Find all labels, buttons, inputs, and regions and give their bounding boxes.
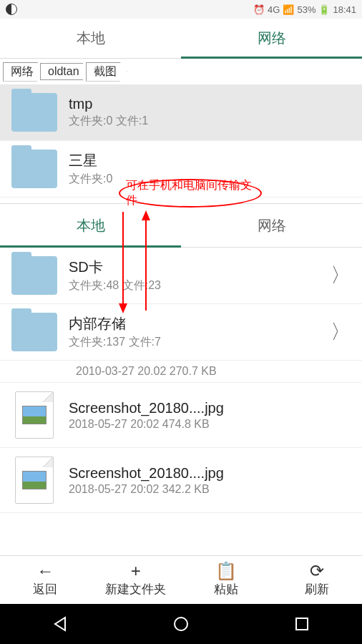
tab-local-mid[interactable]: 本地 bbox=[0, 204, 181, 247]
top-tabs: 本地 网络 bbox=[0, 19, 362, 59]
back-button[interactable]: ← 返回 bbox=[0, 556, 91, 604]
battery-text: 53% bbox=[297, 4, 315, 15]
item-title: Screenshot_20180....jpg bbox=[69, 465, 351, 482]
crumb-0[interactable]: 网络 bbox=[3, 62, 44, 82]
mid-tabs: 本地 网络 bbox=[0, 203, 362, 248]
list-item[interactable]: 三星 文件夹:0 bbox=[0, 141, 362, 197]
alarm-icon: ⏰ bbox=[253, 4, 265, 15]
item-subtitle: 文件夹:0 bbox=[69, 172, 351, 187]
folder-icon bbox=[11, 313, 57, 351]
item-subtitle: 2018-05-27 20:02 342.2 KB bbox=[69, 483, 351, 496]
refresh-icon: ⟳ bbox=[310, 562, 324, 580]
new-folder-label: 新建文件夹 bbox=[105, 581, 166, 597]
item-title: Screenshot_20180....jpg bbox=[69, 400, 351, 416]
signal-bars-icon: 📶 bbox=[283, 4, 294, 15]
partial-item-subtitle: 2010-03-27 20.02 270.7 KB bbox=[0, 361, 362, 383]
image-file-icon bbox=[15, 457, 54, 504]
paste-label: 粘贴 bbox=[214, 581, 238, 597]
nav-recent-button[interactable] bbox=[288, 610, 316, 638]
item-subtitle: 文件夹:137 文件:7 bbox=[69, 335, 319, 350]
item-title: SD卡 bbox=[69, 258, 319, 277]
crumb-2[interactable]: 截图 bbox=[86, 62, 127, 82]
list-item[interactable]: tmp 文件夹:0 文件:1 bbox=[0, 84, 362, 141]
tab-network[interactable]: 网络 bbox=[181, 19, 362, 58]
network-file-list: tmp 文件夹:0 文件:1 三星 文件夹:0 bbox=[0, 84, 362, 197]
status-bar: ⏰ 4G 📶 53% 🔋 18:41 bbox=[0, 0, 362, 19]
list-item[interactable]: Screenshot_20180....jpg 2018-05-27 20:02… bbox=[0, 448, 362, 513]
list-item[interactable]: SD卡 文件夹:48 文件:23 〉 bbox=[0, 248, 362, 304]
battery-icon: 🔋 bbox=[318, 4, 330, 15]
nav-home-button[interactable] bbox=[167, 610, 195, 638]
tab-network-mid[interactable]: 网络 bbox=[181, 204, 362, 247]
item-title: tmp bbox=[69, 96, 351, 112]
crumb-1[interactable]: oldtan bbox=[40, 63, 90, 80]
folder-icon bbox=[11, 256, 57, 295]
svg-marker-4 bbox=[55, 618, 65, 630]
contrast-icon bbox=[6, 4, 17, 15]
svg-rect-6 bbox=[296, 618, 308, 630]
nav-back-button[interactable] bbox=[46, 610, 74, 638]
folder-icon bbox=[11, 93, 57, 132]
item-subtitle: 文件夹:0 文件:1 bbox=[69, 114, 351, 129]
bottom-toolbar: ← 返回 + 新建文件夹 📋 粘贴 ⟳ 刷新 bbox=[0, 555, 362, 604]
refresh-button[interactable]: ⟳ 刷新 bbox=[272, 556, 363, 604]
folder-icon bbox=[11, 150, 57, 188]
chevron-right-icon: 〉 bbox=[331, 318, 351, 346]
item-subtitle: 2018-05-27 20:02 474.8 KB bbox=[69, 418, 351, 431]
list-item[interactable]: Screenshot_20180....jpg 2018-05-27 20:02… bbox=[0, 383, 362, 448]
item-title: 三星 bbox=[69, 151, 351, 170]
breadcrumb: 网络 oldtan 截图 bbox=[0, 59, 362, 84]
android-navbar bbox=[0, 604, 362, 644]
item-subtitle: 文件夹:48 文件:23 bbox=[69, 278, 319, 293]
plus-icon: + bbox=[131, 562, 141, 580]
list-item[interactable]: 内部存储 文件夹:137 文件:7 〉 bbox=[0, 304, 362, 361]
image-file-icon bbox=[15, 391, 54, 439]
paste-button[interactable]: 📋 粘贴 bbox=[181, 556, 272, 604]
time-text: 18:41 bbox=[333, 4, 356, 15]
svg-point-5 bbox=[175, 618, 187, 630]
chevron-right-icon: 〉 bbox=[331, 262, 351, 289]
back-label: 返回 bbox=[33, 581, 57, 597]
arrow-left-icon: ← bbox=[36, 562, 54, 580]
new-folder-button[interactable]: + 新建文件夹 bbox=[91, 556, 182, 604]
item-title: 内部存储 bbox=[69, 314, 319, 333]
paste-icon: 📋 bbox=[215, 562, 237, 580]
tab-local[interactable]: 本地 bbox=[0, 19, 181, 58]
refresh-label: 刷新 bbox=[305, 581, 329, 597]
local-file-list: SD卡 文件夹:48 文件:23 〉 内部存储 文件夹:137 文件:7 〉 2… bbox=[0, 248, 362, 513]
signal-icon: 4G bbox=[268, 4, 280, 15]
